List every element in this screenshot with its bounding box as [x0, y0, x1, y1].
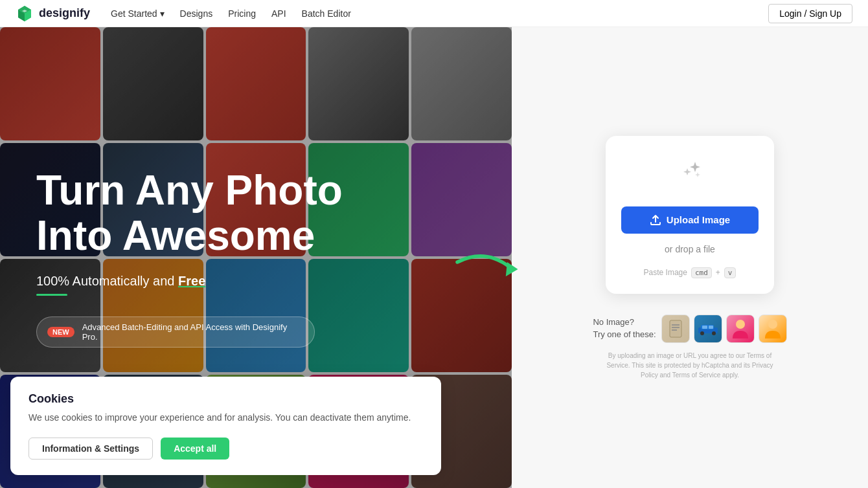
green-arrow: [450, 239, 521, 285]
cookie-banner: Cookies We use cookies to improve your e…: [10, 377, 441, 475]
cookie-buttons: Information & Settings Accept all: [29, 438, 423, 460]
upload-icon: [650, 214, 661, 226]
cmd-key: cmd: [691, 267, 712, 278]
sample-thumb-3[interactable]: [726, 315, 755, 343]
hero-subtitle: 100% Automatically and Free: [36, 274, 475, 289]
cookie-title: Cookies: [29, 392, 423, 406]
svg-point-8: [712, 331, 716, 335]
hero-title: Turn Any Photo Into Awesome: [36, 168, 475, 259]
no-image-label: No Image? Try one of these:: [593, 316, 656, 340]
new-badge-text: Advanced Batch-Editing and API Access wi…: [82, 322, 304, 342]
sample-thumb-2[interactable]: [694, 315, 722, 343]
nav-designs[interactable]: Designs: [180, 8, 213, 19]
login-button[interactable]: Login / Sign Up: [768, 4, 852, 23]
sample-thumbs: [661, 315, 787, 343]
sample-thumb-1[interactable]: [661, 315, 690, 343]
navbar: designify Get Started ▾ Designs Pricing …: [0, 0, 868, 27]
cookie-accept-button[interactable]: Accept all: [161, 438, 229, 460]
chevron-down-icon: ▾: [160, 8, 165, 19]
sample-thumb-4[interactable]: [759, 315, 787, 343]
logo[interactable]: designify: [16, 5, 90, 23]
underline-decoration: [36, 294, 67, 296]
svg-rect-9: [702, 326, 707, 329]
v-key: v: [724, 267, 737, 278]
cookie-text: We use cookies to improve your experienc…: [29, 411, 423, 425]
nav-links: Get Started ▾ Designs Pricing API Batch …: [111, 8, 768, 19]
legal-text: By uploading an image or URL you agree t…: [606, 351, 774, 380]
upload-card: Upload Image or drop a file Paste Image …: [606, 136, 774, 294]
logo-text: designify: [39, 6, 90, 20]
svg-point-7: [700, 331, 704, 335]
upload-image-button[interactable]: Upload Image: [621, 206, 759, 234]
svg-point-11: [736, 320, 745, 329]
svg-point-12: [768, 320, 777, 329]
paste-row: Paste Image cmd + v: [644, 267, 737, 278]
nav-batch-editor[interactable]: Batch Editor: [302, 8, 351, 19]
nav-get-started[interactable]: Get Started ▾: [111, 8, 165, 19]
sparkle-icon: [670, 157, 709, 194]
nav-api[interactable]: API: [271, 8, 286, 19]
hero-right: Upload Image or drop a file Paste Image …: [512, 27, 868, 488]
new-badge-row: NEW Advanced Batch-Editing and API Acces…: [36, 316, 315, 348]
drop-file-text: or drop a file: [665, 244, 715, 254]
svg-marker-0: [506, 262, 518, 276]
svg-rect-10: [709, 326, 713, 329]
sample-images-row: No Image? Try one of these:: [593, 315, 786, 343]
svg-rect-1: [670, 320, 681, 337]
logo-icon: [16, 5, 34, 23]
new-badge: NEW: [47, 327, 74, 337]
nav-pricing[interactable]: Pricing: [228, 8, 256, 19]
cookie-info-button[interactable]: Information & Settings: [29, 438, 153, 460]
